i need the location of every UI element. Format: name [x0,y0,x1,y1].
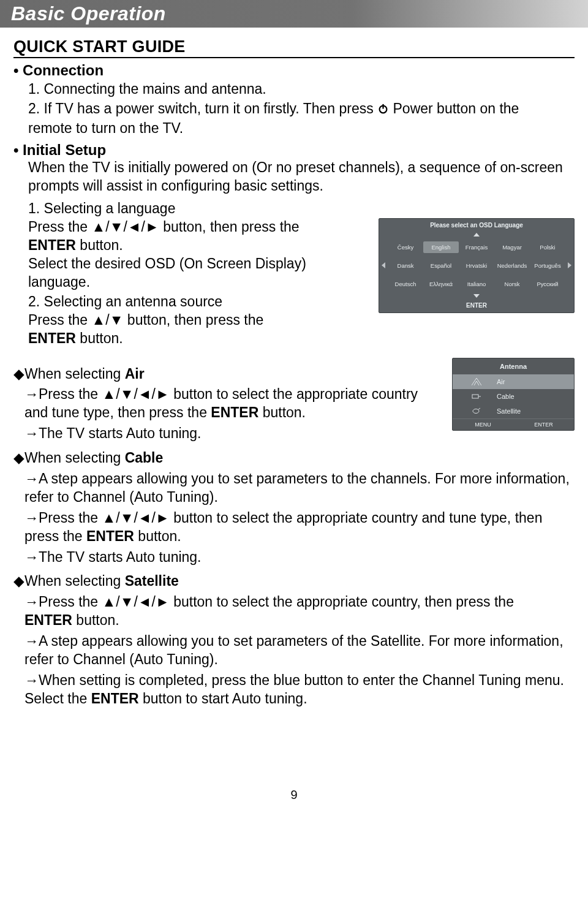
step-number: 1. [28,81,40,97]
step-text: Power button on the [393,100,519,116]
step-text: button. [134,528,181,544]
power-icon [377,101,389,119]
diamond-bullet: ◆When selecting [13,450,125,466]
antenna-option-label: Satellite [497,407,568,415]
air-step-2: →The TV starts Auto tuning. [24,425,440,443]
step-text: Select the desired OSD (On Screen Displa… [28,255,306,290]
step-text: Press the [28,219,88,235]
osd-panel-title: Please select an OSD Language [379,219,574,232]
dpad-icon: ▲/▼/◄/► [92,219,159,235]
step-text: button to select the appropriate country… [173,594,514,610]
osd-lang-option[interactable]: Português [530,262,565,269]
svg-marker-3 [382,262,385,268]
satellite-step-2: →A step appears allowing you to set para… [24,632,575,669]
enter-label: ENTER [86,528,134,544]
satellite-selecting-heading: ◆When selecting Satellite [13,572,575,591]
air-label: Air [125,366,145,382]
satellite-label: Satellite [125,573,179,589]
updown-icon: ▲/▼ [92,312,124,328]
osd-lang-option[interactable]: Ελληνικά [423,281,459,287]
arrow-right-icon [565,262,574,268]
step-text: button to start Auto tuning. [139,691,307,706]
osd-language-panel: Please select an OSD Language Česky Engl… [379,218,575,313]
cable-step-2: →Press the ▲/▼/◄/► button to select the … [24,509,575,546]
step-text: button. [258,404,306,420]
osd-lang-option[interactable]: Hrvatski [459,262,494,269]
osd-enter-label: ENTER [379,299,574,312]
step-number: 2. [28,100,40,116]
osd-language-grid: Česky English Français Magyar Polski Dan… [379,238,574,293]
antenna-enter-label: ENTER [513,419,574,430]
enter-label: ENTER [24,612,72,628]
osd-lang-option[interactable]: Italiano [459,281,494,287]
step-text: Selecting an antenna source [40,293,222,309]
antenna-option-cable[interactable]: Cable [453,389,574,404]
osd-lang-option[interactable]: Česky [388,244,423,251]
step-text: button to select the appropriate country… [173,510,542,526]
svg-rect-6 [472,395,478,398]
osd-lang-option[interactable]: Magyar [494,244,530,251]
step-text: If TV has a power switch, turn it on fir… [40,100,377,116]
svg-marker-4 [568,262,571,268]
step-text: button, then press the [127,312,264,328]
connection-step-1: 1. Connecting the mains and antenna. [28,80,575,99]
osd-lang-option[interactable]: Deutsch [388,281,423,287]
arrow-down-icon [379,293,574,299]
cable-selecting-heading: ◆When selecting Cable [13,449,575,467]
diamond-bullet: ◆When selecting [13,366,125,382]
antenna-panel-title: Antenna [453,358,574,374]
arrow-left-icon [379,262,388,268]
step-text: Press the [28,312,88,328]
antenna-option-air[interactable]: Air [453,374,574,389]
setup-step-2: 2. Selecting an antenna source Press the… [28,293,370,348]
osd-lang-option[interactable]: Norsk [494,281,530,287]
setup-step-1: 1. Selecting a language Press the ▲/▼/◄/… [28,200,370,291]
osd-lang-option[interactable]: Español [423,262,459,269]
step-text: →Press the [24,594,98,610]
svg-line-9 [478,408,480,410]
section-header: Basic Operation [0,0,588,28]
step-text: press the [24,528,86,544]
antenna-satellite-icon [471,407,482,415]
cable-label: Cable [125,450,164,466]
page-body: QUICK START GUIDE • Connection 1. Connec… [0,28,588,814]
antenna-option-label: Air [497,378,568,385]
satellite-step-3: →When setting is completed, press the bl… [24,672,575,708]
step-text: button. [72,612,119,628]
step-text: button to select the appropriate country [173,386,418,402]
quick-start-title: QUICK START GUIDE [13,37,575,58]
antenna-air-icon [471,377,482,386]
diamond-bullet: ◆When selecting [13,573,125,589]
connection-heading: • Connection [13,62,575,79]
antenna-option-label: Cable [497,393,568,400]
initial-setup-intro: When the TV is initially powered on (Or … [28,159,575,195]
antenna-panel-footer: MENU ENTER [453,418,574,430]
arrow-up-icon [379,232,574,238]
antenna-option-satellite[interactable]: Satellite [453,404,574,418]
enter-label: ENTER [28,330,76,346]
dpad-icon: ▲/▼/◄/► [102,594,170,610]
svg-marker-5 [473,294,480,298]
step-number: 1. [28,200,40,216]
cable-step-1: →A step appears allowing you to set para… [24,470,575,507]
initial-setup-heading: • Initial Setup [13,142,575,159]
osd-lang-option[interactable]: Nederlands [494,262,530,269]
cable-step-3: →The TV starts Auto tuning. [24,548,575,567]
step-text: →Press the [24,386,98,402]
osd-lang-option[interactable]: Русский [530,281,565,287]
enter-label: ENTER [211,404,258,420]
svg-marker-2 [473,233,480,237]
osd-lang-option[interactable]: Français [459,244,494,251]
step-text: Connecting the mains and antenna. [40,81,266,97]
connection-step-2: 2. If TV has a power switch, turn it on … [28,100,575,138]
step-number: 2. [28,293,40,309]
antenna-cable-icon [471,392,482,401]
air-selecting-heading: ◆When selecting Air [13,365,440,384]
osd-lang-option[interactable]: Dansk [388,262,423,269]
osd-lang-option[interactable]: Polski [530,244,565,251]
air-step-1: →Press the ▲/▼/◄/► button to select the … [24,385,440,422]
svg-rect-1 [383,104,384,109]
dpad-icon: ▲/▼/◄/► [102,386,170,402]
step-text: button, then press the [163,219,300,235]
osd-lang-option-selected[interactable]: English [423,241,459,253]
